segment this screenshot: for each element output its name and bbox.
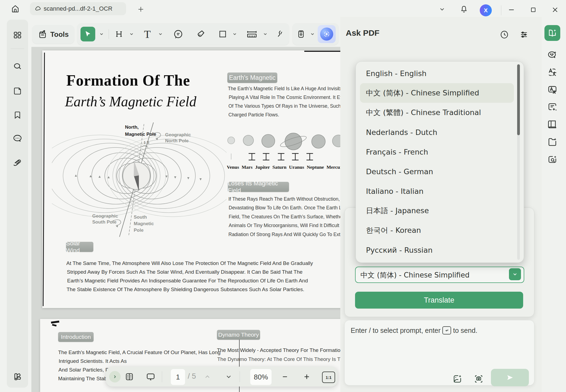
rail-translate-page-button[interactable]: [546, 83, 559, 97]
page-current: 1: [176, 373, 180, 381]
insert-image-button[interactable]: [451, 373, 464, 385]
comment-tool-button[interactable]: [171, 27, 185, 41]
shape-tool-dropdown[interactable]: [230, 29, 239, 39]
notifications-button[interactable]: [458, 4, 470, 15]
translate-icon: [547, 67, 558, 77]
select-tool-button[interactable]: [81, 27, 95, 41]
titlebar-collapse-button[interactable]: [436, 5, 448, 14]
minimize-button[interactable]: [505, 4, 518, 16]
sidebar-bookmarks-button[interactable]: [11, 109, 24, 121]
diagram-label-south-1: South: [134, 215, 147, 220]
document-tab[interactable]: scanned-pd...df-2-1_OCR: [30, 2, 126, 15]
screenshot-button[interactable]: [472, 373, 485, 385]
zoom-level-input[interactable]: 80%: [250, 369, 272, 385]
sidebar-divider: [11, 49, 24, 49]
language-option[interactable]: 한국어 - Korean: [366, 221, 513, 240]
doc-tag-earths-magnetic: Earth's Magnetic: [227, 73, 277, 83]
ai-assistant-button[interactable]: [318, 25, 336, 43]
text-tool-dropdown[interactable]: [156, 29, 165, 39]
diagram-label-north-1: North,: [125, 125, 139, 130]
attachment-icon: [13, 158, 22, 167]
sidebar-appearance-button[interactable]: [11, 371, 24, 383]
highlighter-icon: [196, 29, 206, 39]
stamp-tool-button[interactable]: [294, 27, 308, 41]
rail-translate-button[interactable]: [546, 65, 559, 79]
select-tool-dropdown[interactable]: [97, 29, 106, 39]
sidebar-comments-button[interactable]: [11, 132, 24, 144]
diagram-label-south-2: Magnetic: [134, 221, 154, 226]
zoom-out-button[interactable]: [279, 371, 291, 382]
annotation-comment-icon: [12, 133, 23, 144]
pdf-page-1: Formation Of The Earth’s Magnetic Field …: [42, 50, 340, 308]
tools-icon: [38, 29, 47, 39]
sliders-icon: [520, 30, 528, 39]
shape-tool-button[interactable]: [216, 27, 230, 41]
page-layout-button[interactable]: [123, 370, 136, 383]
stamp-tool-dropdown[interactable]: [308, 29, 317, 39]
scan-artifact-mark: [51, 321, 59, 324]
page-total: / 5: [188, 372, 196, 381]
thumbnails-grid-icon: [13, 30, 22, 40]
actual-size-label: 1:1: [326, 375, 332, 380]
language-option[interactable]: Русский - Russian: [366, 240, 513, 260]
text-tool-button[interactable]: T: [141, 27, 154, 41]
sidebar-search-button[interactable]: [11, 61, 24, 73]
bookmark-icon: [13, 110, 22, 120]
rail-file-ai-button[interactable]: [546, 135, 559, 149]
dropdown-scrollbar-thumb[interactable]: [517, 64, 520, 135]
tools-button[interactable]: Tools: [32, 25, 74, 44]
next-page-button[interactable]: [223, 371, 235, 382]
new-tab-button[interactable]: [135, 4, 147, 14]
language-option[interactable]: Italiano - Italian: [366, 181, 513, 201]
history-button[interactable]: [498, 28, 511, 41]
expand-toolbar-button[interactable]: [109, 371, 121, 382]
send-icon: [506, 373, 514, 382]
rail-ai-search-button[interactable]: [546, 153, 559, 166]
document-viewport[interactable]: Formation Of The Earth’s Magnetic Field …: [31, 47, 340, 392]
heading-tool-dropdown[interactable]: [127, 29, 136, 39]
panel-title: Ask PDF: [346, 28, 379, 38]
doc-title-line2: Earth’s Magnetic Field: [65, 94, 196, 110]
rail-reader-button[interactable]: [546, 118, 559, 131]
doc-tag-solar-wind: Solar Wind: [66, 242, 93, 252]
language-option[interactable]: Français - French: [366, 142, 513, 162]
rail-summarize-button[interactable]: [546, 100, 559, 114]
close-button[interactable]: [549, 4, 562, 16]
sidebar-pages-button[interactable]: [11, 85, 24, 97]
zoom-in-button[interactable]: [301, 371, 313, 382]
language-option-selected[interactable]: 中文 (简体) - Chinese Simplified: [360, 83, 514, 103]
avatar[interactable]: X: [480, 4, 492, 16]
maximize-button[interactable]: [527, 4, 540, 16]
measure-tool-button[interactable]: [244, 27, 260, 41]
language-option[interactable]: 中文 (繁體) - Chinese Traditional: [366, 103, 513, 122]
rail-ask-pdf-button[interactable]: [544, 25, 560, 41]
chevron-down-icon: [512, 272, 518, 277]
presentation-button[interactable]: [144, 370, 157, 383]
measure-tool-dropdown[interactable]: [261, 29, 270, 39]
page-number-input[interactable]: 1: [171, 369, 185, 385]
send-button[interactable]: [491, 369, 529, 386]
highlighter-tool-button[interactable]: [194, 27, 208, 41]
rail-ai-chat-button[interactable]: [546, 48, 559, 62]
home-button[interactable]: [8, 3, 22, 14]
sidebar-attachments-button[interactable]: [11, 156, 24, 168]
annotation-toolbar: T: [77, 23, 289, 45]
language-select-chevron-button[interactable]: [509, 268, 521, 280]
scan-artifact-line: [43, 53, 45, 306]
heading-tool-button[interactable]: [112, 27, 126, 41]
language-option[interactable]: Nederlands - Dutch: [366, 122, 513, 142]
settings-button[interactable]: [518, 28, 530, 41]
target-language-select[interactable]: 中文 (简体) - Chinese Simplified: [355, 267, 524, 283]
scan-artifact-line: [304, 51, 340, 52]
actual-size-button[interactable]: 1:1: [322, 372, 335, 383]
language-option[interactable]: English - English: [366, 64, 513, 83]
language-option[interactable]: Deutsch - German: [366, 162, 513, 181]
language-option[interactable]: 日本語 - Japanese: [366, 201, 513, 221]
tools-label: Tools: [50, 30, 68, 39]
translate-button[interactable]: Translate: [355, 292, 523, 309]
signature-tool-button[interactable]: [273, 27, 286, 41]
previous-page-button[interactable]: [201, 371, 213, 382]
ai-assistant-icon: [320, 28, 333, 41]
sidebar-thumbnails-button[interactable]: [11, 29, 24, 41]
chat-input-card[interactable]: Enter / to select prompt, enter to send.: [344, 320, 534, 385]
